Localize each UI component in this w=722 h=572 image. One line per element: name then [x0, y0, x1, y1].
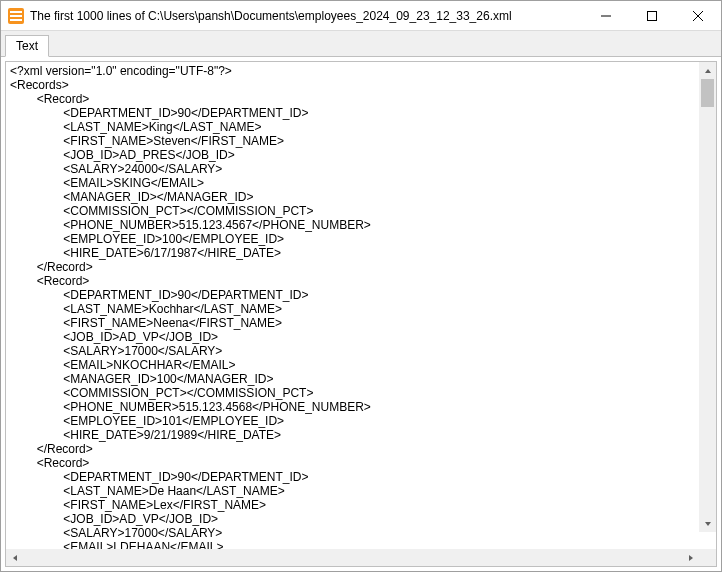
- svg-rect-1: [10, 11, 22, 13]
- horizontal-scrollbar[interactable]: [6, 549, 716, 566]
- app-window: The first 1000 lines of C:\Users\pansh\D…: [0, 0, 722, 572]
- scroll-down-icon[interactable]: [699, 515, 716, 532]
- tab-label: Text: [16, 39, 38, 53]
- scrollbar-corner: [699, 549, 716, 566]
- window-title: The first 1000 lines of C:\Users\pansh\D…: [30, 9, 583, 23]
- close-button[interactable]: [675, 1, 721, 30]
- svg-rect-3: [10, 19, 22, 21]
- tab-text[interactable]: Text: [5, 35, 49, 57]
- window-controls: [583, 1, 721, 30]
- scroll-thumb[interactable]: [701, 79, 714, 107]
- scroll-right-icon[interactable]: [682, 549, 699, 566]
- scroll-left-icon[interactable]: [6, 549, 23, 566]
- vertical-scrollbar[interactable]: [699, 62, 716, 532]
- svg-rect-5: [648, 11, 657, 20]
- svg-marker-9: [705, 522, 711, 526]
- titlebar: The first 1000 lines of C:\Users\pansh\D…: [1, 1, 721, 31]
- xml-text-view[interactable]: <?xml version="1.0" encoding="UTF-8"?> <…: [6, 62, 716, 549]
- tabstrip: Text: [1, 31, 721, 57]
- svg-marker-8: [705, 69, 711, 73]
- content-area: <?xml version="1.0" encoding="UTF-8"?> <…: [1, 57, 721, 571]
- text-panel: <?xml version="1.0" encoding="UTF-8"?> <…: [5, 61, 717, 567]
- minimize-button[interactable]: [583, 1, 629, 30]
- svg-rect-2: [10, 15, 22, 17]
- svg-marker-10: [13, 555, 17, 561]
- app-icon: [8, 8, 24, 24]
- maximize-button[interactable]: [629, 1, 675, 30]
- svg-marker-11: [689, 555, 693, 561]
- scroll-up-icon[interactable]: [699, 62, 716, 79]
